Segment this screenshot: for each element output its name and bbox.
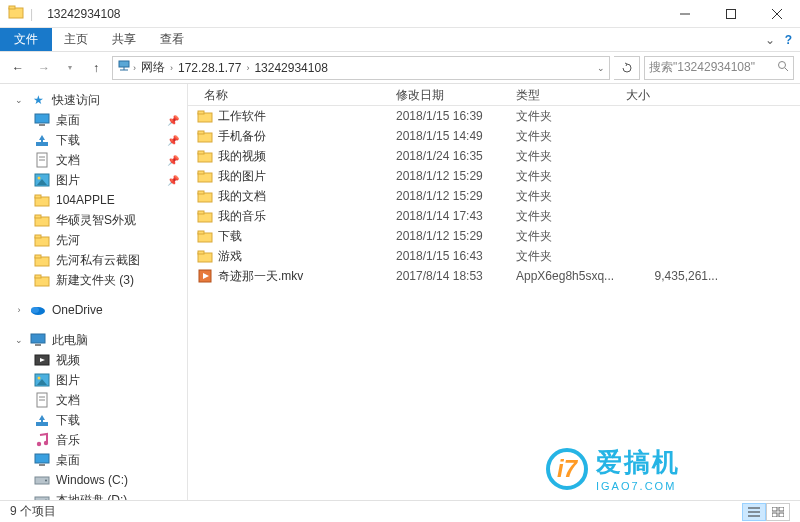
sidebar-pc-item[interactable]: 桌面 <box>0 450 187 470</box>
pictures-icon <box>34 372 50 388</box>
sidebar-pc-item[interactable]: 文档 <box>0 390 187 410</box>
pc-icon <box>30 332 46 348</box>
sidebar-quick-item[interactable]: 104APPLE <box>0 190 187 210</box>
icons-view-button[interactable] <box>766 503 790 521</box>
col-header-type[interactable]: 类型 <box>508 84 618 105</box>
folder-icon <box>34 252 50 268</box>
sidebar-quick-item[interactable]: 桌面📌 <box>0 110 187 130</box>
file-name: 下载 <box>218 228 396 245</box>
sidebar-pc-item[interactable]: 视频 <box>0 350 187 370</box>
folder-icon <box>196 108 214 124</box>
svg-point-33 <box>31 307 39 313</box>
chevron-right-icon[interactable]: › <box>246 63 249 73</box>
sidebar-quick-item[interactable]: 新建文件夹 (3) <box>0 270 187 290</box>
folder-icon <box>34 192 50 208</box>
pin-icon: 📌 <box>167 175 179 186</box>
minimize-button[interactable] <box>662 0 708 28</box>
address-bar-row: ← → ▾ ↑ › 网络 › 172.28.1.77 › 13242934108… <box>0 52 800 84</box>
sidebar-quick-access[interactable]: ⌄ ★ 快速访问 <box>0 90 187 110</box>
breadcrumb[interactable]: › 网络 › 172.28.1.77 › 13242934108 ⌄ <box>112 56 610 80</box>
videos-icon <box>34 352 50 368</box>
file-date: 2018/1/15 16:43 <box>396 249 516 263</box>
col-header-date[interactable]: 修改日期 <box>388 84 508 105</box>
svg-rect-25 <box>35 215 41 218</box>
svg-rect-79 <box>772 507 777 511</box>
qat-divider: | <box>30 7 33 21</box>
svg-rect-65 <box>198 171 204 174</box>
svg-rect-27 <box>35 235 41 238</box>
expand-icon[interactable]: ⌄ <box>14 335 24 345</box>
help-icon[interactable]: ? <box>785 33 792 47</box>
file-date: 2018/1/12 15:29 <box>396 189 516 203</box>
close-button[interactable] <box>754 0 800 28</box>
nav-sidebar: ⌄ ★ 快速访问 桌面📌下载📌文档📌图片📌104APPLE华硕灵智S外观先河先河… <box>0 84 188 502</box>
file-type: 文件夹 <box>516 228 626 245</box>
documents-icon <box>34 392 50 408</box>
breadcrumb-seg-2[interactable]: 13242934108 <box>251 61 330 75</box>
back-button[interactable]: ← <box>6 56 30 80</box>
sidebar-pc-item[interactable]: Windows (C:) <box>0 470 187 490</box>
svg-rect-50 <box>39 464 45 466</box>
expand-icon[interactable]: ⌄ <box>14 95 24 105</box>
file-row[interactable]: 下载2018/1/12 15:29文件夹 <box>188 226 800 246</box>
breadcrumb-seg-0[interactable]: 网络 <box>138 59 168 76</box>
sidebar-quick-item[interactable]: 先河 <box>0 230 187 250</box>
sidebar-pc-item[interactable]: 图片 <box>0 370 187 390</box>
chevron-right-icon[interactable]: › <box>170 63 173 73</box>
ribbon-file-tab[interactable]: 文件 <box>0 28 52 51</box>
desktop-icon <box>34 112 50 128</box>
file-type: 文件夹 <box>516 168 626 185</box>
sidebar-quick-item[interactable]: 下载📌 <box>0 130 187 150</box>
file-name: 游戏 <box>218 248 396 265</box>
maximize-button[interactable] <box>708 0 754 28</box>
file-row[interactable]: 手机备份2018/1/15 14:49文件夹 <box>188 126 800 146</box>
file-row[interactable]: 我的音乐2018/1/14 17:43文件夹 <box>188 206 800 226</box>
breadcrumb-seg-1[interactable]: 172.28.1.77 <box>175 61 244 75</box>
folder-icon <box>8 4 24 23</box>
sidebar-onedrive[interactable]: › OneDrive <box>0 300 187 320</box>
sidebar-quick-item[interactable]: 图片📌 <box>0 170 187 190</box>
sidebar-pc-item[interactable]: 音乐 <box>0 430 187 450</box>
file-row[interactable]: 游戏2018/1/15 16:43文件夹 <box>188 246 800 266</box>
column-headers: 名称 修改日期 类型 大小 <box>188 84 800 106</box>
forward-button[interactable]: → <box>32 56 56 80</box>
ribbon-expand-icon[interactable]: ⌄ <box>765 33 775 47</box>
ribbon-tab-view[interactable]: 查看 <box>148 28 196 51</box>
svg-rect-13 <box>36 142 48 146</box>
chevron-right-icon[interactable]: › <box>133 63 136 73</box>
svg-line-10 <box>785 68 788 71</box>
sidebar-this-pc[interactable]: ⌄ 此电脑 <box>0 330 187 350</box>
sidebar-pc-item[interactable]: 下载 <box>0 410 187 430</box>
ribbon-tab-home[interactable]: 主页 <box>52 28 100 51</box>
folder-icon <box>196 188 214 204</box>
file-row[interactable]: 我的视频2018/1/24 16:35文件夹 <box>188 146 800 166</box>
sidebar-quick-item[interactable]: 华硕灵智S外观 <box>0 210 187 230</box>
sidebar-quick-item[interactable]: 先河私有云截图 <box>0 250 187 270</box>
col-header-size[interactable]: 大小 <box>618 84 718 105</box>
folder-icon <box>196 128 214 144</box>
svg-rect-1 <box>9 6 15 9</box>
drive-icon <box>34 472 50 488</box>
view-mode-buttons <box>742 503 790 521</box>
search-input[interactable]: 搜索"13242934108" <box>644 56 794 80</box>
star-icon: ★ <box>30 92 46 108</box>
file-row[interactable]: 工作软件2018/1/15 16:39文件夹 <box>188 106 800 126</box>
col-header-name[interactable]: 名称 <box>188 84 388 105</box>
svg-rect-44 <box>36 422 48 426</box>
recent-dropdown[interactable]: ▾ <box>58 56 82 80</box>
svg-rect-11 <box>35 114 49 123</box>
refresh-button[interactable] <box>614 56 640 80</box>
file-row[interactable]: 奇迹那一天.mkv2017/8/14 18:53AppX6eg8h5sxq...… <box>188 266 800 286</box>
file-row[interactable]: 我的文档2018/1/12 15:29文件夹 <box>188 186 800 206</box>
sidebar-quick-item[interactable]: 文档📌 <box>0 150 187 170</box>
nav-arrows: ← → ▾ ↑ <box>6 56 108 80</box>
file-row[interactable]: 我的图片2018/1/12 15:29文件夹 <box>188 166 800 186</box>
svg-rect-23 <box>35 195 41 198</box>
breadcrumb-dropdown-icon[interactable]: ⌄ <box>597 63 605 73</box>
up-button[interactable]: ↑ <box>84 56 108 80</box>
folder-icon <box>196 168 214 184</box>
ribbon-tab-share[interactable]: 共享 <box>100 28 148 51</box>
expand-icon[interactable]: › <box>14 305 24 315</box>
details-view-button[interactable] <box>742 503 766 521</box>
svg-rect-35 <box>35 344 41 346</box>
